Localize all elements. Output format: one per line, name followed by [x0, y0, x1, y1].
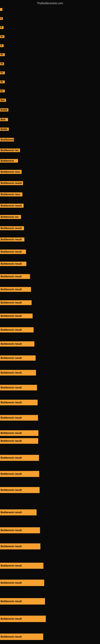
- bottleneck-label-41: Bottleneck result: [0, 471, 39, 477]
- bottleneck-label-50: Bottleneck result: [0, 634, 43, 640]
- bottleneck-label-24: Bottleneck result: [0, 238, 24, 242]
- bottleneck-label-15: Bottleneck: [0, 138, 14, 142]
- bottleneck-label-12: Bottle: [0, 108, 8, 112]
- bottleneck-label-30: Bottleneck result: [0, 314, 33, 318]
- bottleneck-label-26: Bottleneck result: [0, 262, 26, 266]
- bottleneck-label-18: Bottleneck resu: [0, 170, 22, 174]
- bottleneck-label-35: Bottleneck result: [0, 385, 37, 390]
- bottleneck-label-46: Bottleneck result: [0, 563, 43, 569]
- bottleneck-label-5: B: [0, 44, 3, 47]
- bottleneck-label-44: Bottleneck result: [0, 527, 40, 533]
- bottleneck-label-21: Bottleneck result: [0, 204, 24, 208]
- bottleneck-label-19: Bottleneck result: [0, 181, 23, 185]
- bottleneck-label-48: Bottleneck result: [0, 598, 45, 604]
- bottleneck-label-10: Bo: [0, 90, 5, 92]
- bottleneck-label-39: Bottleneck result: [0, 438, 38, 444]
- bottleneck-label-42: Bottleneck result: [0, 487, 40, 493]
- bottleneck-label-22: Bottleneck res: [0, 215, 21, 219]
- bottleneck-label-37: Bottleneck result: [0, 415, 38, 420]
- bottleneck-label-40: Bottleneck result: [0, 455, 39, 461]
- bottleneck-label-4: Bo: [0, 35, 4, 38]
- bottleneck-label-34: Bottleneck result: [0, 370, 36, 376]
- bottleneck-label-14: Bottle: [0, 128, 9, 131]
- bottleneck-label-16: Bottleneck res: [0, 148, 20, 152]
- bottleneck-label-8: Bo: [0, 72, 5, 74]
- bottleneck-label-32: Bottleneck result: [0, 341, 34, 346]
- bottleneck-label-45: Bottleneck result: [0, 544, 40, 550]
- bottleneck-label-49: Bottleneck result: [0, 616, 46, 622]
- bottleneck-label-23: Bottleneck result: [0, 226, 24, 230]
- site-title: TheBottlenecker.com: [37, 2, 63, 5]
- bottleneck-label-33: Bottleneck result: [0, 356, 36, 361]
- bottleneck-label-36: Bottleneck result: [0, 400, 38, 405]
- bottleneck-label-43: Bottleneck result: [0, 509, 37, 516]
- bottleneck-label-1: [0, 8, 2, 11]
- bottleneck-label-11: Bot: [0, 98, 6, 102]
- bottleneck-label-25: Bottleneck result: [0, 250, 26, 254]
- bottleneck-label-13: Bott: [0, 118, 8, 121]
- bottleneck-label-47: Bottleneck result: [0, 580, 44, 586]
- bottleneck-label-3: B: [0, 26, 3, 29]
- bottleneck-label-27: Bottleneck result: [0, 274, 30, 279]
- bottleneck-label-31: Bottleneck result: [0, 327, 34, 332]
- bottleneck-label-17: Bottleneck: [0, 159, 18, 162]
- bottleneck-label-20: Bottleneck resu: [0, 192, 22, 196]
- bottleneck-label-38: Bottleneck result: [0, 430, 38, 436]
- bottleneck-label-28: Bottleneck result: [0, 287, 31, 292]
- bottleneck-label-6: Bo: [0, 53, 5, 56]
- bottleneck-label-7: Bo: [0, 62, 4, 65]
- bottleneck-label-9: Bo: [0, 80, 5, 83]
- bottleneck-label-29: Bottleneck result: [0, 300, 32, 305]
- bottleneck-label-2: E: [0, 17, 3, 20]
